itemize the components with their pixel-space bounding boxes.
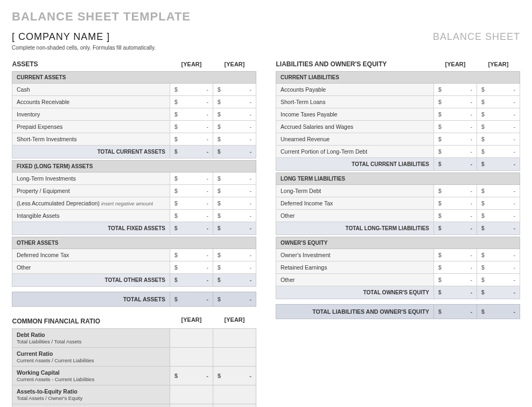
ratio-value [170,329,213,348]
total-amount-cell: $- [213,146,256,158]
assets-heading: ASSETS [12,58,170,72]
amount-cell[interactable]: $- [170,210,213,222]
line-item-label: Short-Term Investments [12,133,170,146]
amount-cell[interactable]: $- [434,249,477,261]
amount-cell[interactable]: $- [477,249,520,261]
line-item: Current Portion of Long-Term Debt$-$- [276,146,520,158]
total-amount-cell: $- [434,222,477,235]
line-item-label: Property / Equipment [12,185,170,197]
amount-cell[interactable]: $- [213,84,256,96]
ratio-label: Assets-to-Equity RatioTotal Assets / Own… [12,385,170,404]
line-item: Inventory$-$- [12,108,256,121]
liabilities-table: LIABILITIES AND OWNER'S EQUITY [YEAR] [Y… [276,58,520,319]
amount-cell[interactable]: $- [213,261,256,274]
line-item: Short-Term Loans$-$- [276,96,520,108]
amount-cell[interactable]: $- [434,274,477,286]
company-name: [ COMPANY NAME ] [12,31,110,43]
amount-cell[interactable]: $- [213,96,256,108]
subsection-header: LONG TERM LIABILITIES [276,173,520,185]
amount-cell[interactable]: $- [477,121,520,133]
total-assets-row: TOTAL ASSETS $- $- [12,292,256,307]
amount-cell[interactable]: $- [170,121,213,133]
amount-cell[interactable]: $- [213,133,256,146]
line-item: Deferred Income Tax$-$- [276,197,520,210]
assets-table: ASSETS [YEAR] [YEAR] CURRENT ASSETSCash$… [12,58,256,307]
line-item: (Less Accumulated Depreciation) insert n… [12,197,256,210]
line-item: Income Taxes Payable$-$- [276,108,520,121]
amount-cell[interactable]: $- [170,185,213,197]
ratio-value [213,348,256,367]
total-amount-cell: $- [434,286,477,299]
ratio-year-2: [YEAR] [213,312,256,329]
amount-cell[interactable]: $- [170,261,213,274]
amount-cell[interactable]: $- [170,249,213,261]
line-item: Accrued Salaries and Wages$-$- [276,121,520,133]
amount-cell[interactable]: $- [213,108,256,121]
amount-cell[interactable]: $- [434,210,477,222]
amount-cell[interactable]: $- [170,133,213,146]
line-item: Prepaid Expenses$-$- [12,121,256,133]
amount-cell[interactable]: $- [477,274,520,286]
amount-cell[interactable]: $- [477,210,520,222]
amount-cell[interactable]: $- [434,197,477,210]
total-liab-equity-row: TOTAL LIABILITIES AND OWNER'S EQUITY $- … [276,305,520,319]
amount-cell[interactable]: $- [213,185,256,197]
ratio-value [213,404,256,408]
amount-cell[interactable]: $- [170,84,213,96]
subtotal-row: TOTAL LONG-TERM LIABILITIES$-$- [276,222,520,235]
liabilities-heading: LIABILITIES AND OWNER'S EQUITY [276,58,434,72]
amount-cell[interactable]: $- [213,249,256,261]
line-item: Retained Earnings$-$- [276,261,520,274]
amount-cell[interactable]: $- [434,146,477,158]
amount-cell[interactable]: $- [477,108,520,121]
ratio-row: Debt-to-Equity RatioTotal Liabilities / … [12,404,256,408]
amount-cell[interactable]: $- [477,185,520,197]
amount-cell[interactable]: $- [477,84,520,96]
amount-cell[interactable]: $- [434,84,477,96]
liab-year-1: [YEAR] [434,58,477,72]
amount-cell[interactable]: $- [477,133,520,146]
amount-cell[interactable]: $- [434,108,477,121]
amount-cell[interactable]: $- [434,185,477,197]
amount-cell[interactable]: $- [434,261,477,274]
amount-cell[interactable]: $- [213,210,256,222]
amount-cell[interactable]: $- [434,133,477,146]
ratio-value [213,329,256,348]
line-item: Property / Equipment$-$- [12,185,256,197]
ratio-label: Debt RatioTotal Liabilities / Total Asse… [12,329,170,348]
ratio-year-1: [YEAR] [170,312,213,329]
amount-cell[interactable]: $- [477,96,520,108]
ratio-value [170,404,213,408]
amount-cell[interactable]: $- [213,197,256,210]
amount-cell[interactable]: $- [434,121,477,133]
line-item-label: Accounts Receivable [12,96,170,108]
line-item-label: Cash [12,84,170,96]
ratio-value: $- [170,367,213,385]
ratio-label: Debt-to-Equity RatioTotal Liabilities / … [12,404,170,408]
total-amount-cell: $- [477,158,520,171]
total-amount-cell: $- [213,222,256,235]
line-item: Other$-$- [276,274,520,286]
total-amount-cell: $- [477,222,520,235]
amount-cell[interactable]: $- [213,173,256,185]
amount-cell[interactable]: $- [170,96,213,108]
line-item-label: Inventory [12,108,170,121]
subsection-header: CURRENT ASSETS [12,72,256,84]
line-item-label: Other [276,210,434,222]
line-item-label: Retained Earnings [276,261,434,274]
ratio-row: Current RatioCurrent Assets / Current Li… [12,348,256,367]
amount-cell[interactable]: $- [170,197,213,210]
amount-cell[interactable]: $- [434,96,477,108]
amount-cell[interactable]: $- [477,197,520,210]
ratio-value: $- [213,367,256,385]
total-amount-cell: $- [213,274,256,287]
amount-cell[interactable]: $- [477,146,520,158]
amount-cell[interactable]: $- [170,173,213,185]
amount-cell[interactable]: $- [170,108,213,121]
balance-sheet-label: BALANCE SHEET [433,31,520,43]
total-amount-cell: $- [170,146,213,158]
line-item: Other$-$- [276,210,520,222]
amount-cell[interactable]: $- [213,121,256,133]
amount-cell[interactable]: $- [477,261,520,274]
subtotal-row: TOTAL FIXED ASSETS$-$- [12,222,256,235]
